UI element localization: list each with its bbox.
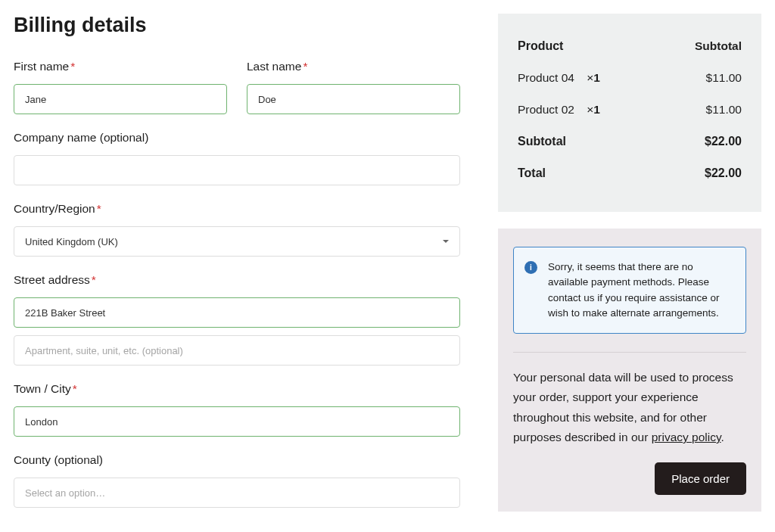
required-asterisk: * xyxy=(92,273,96,286)
field-first-name: First name* xyxy=(14,60,227,114)
street-address-input[interactable] xyxy=(14,297,460,328)
field-last-name: Last name* xyxy=(247,60,460,114)
first-name-input[interactable] xyxy=(14,84,227,114)
place-order-button[interactable]: Place order xyxy=(655,462,746,495)
county-label: County (optional) xyxy=(14,453,460,467)
field-street-address: Street address* xyxy=(14,273,460,328)
field-county: County (optional) Select an option… xyxy=(14,453,460,508)
summary-subtotal-value: $22.00 xyxy=(705,135,742,148)
summary-total-row: Total $22.00 xyxy=(518,157,742,189)
summary-header-subtotal: Subtotal xyxy=(695,39,742,53)
country-select[interactable]: United Kingdom (UK) xyxy=(14,226,460,257)
required-asterisk: * xyxy=(70,60,75,73)
summary-item-name: Product 02 xyxy=(518,103,574,117)
summary-item-price: $11.00 xyxy=(706,71,742,85)
field-company: Company name (optional) xyxy=(14,131,460,185)
country-selected-value: United Kingdom (UK) xyxy=(25,236,118,247)
field-country: Country/Region* United Kingdom (UK) xyxy=(14,202,460,257)
summary-item-qty: ×1 xyxy=(587,71,600,85)
page-title: Billing details xyxy=(14,14,460,37)
field-city: Town / City* xyxy=(14,382,460,437)
chevron-down-icon xyxy=(443,240,449,243)
company-label: Company name (optional) xyxy=(14,131,460,145)
summary-subtotal-row: Subtotal $22.00 xyxy=(518,126,742,157)
country-label: Country/Region* xyxy=(14,202,460,216)
payment-notice: i Sorry, it seems that there are no avai… xyxy=(513,247,746,334)
county-placeholder: Select an option… xyxy=(25,487,105,499)
first-name-label: First name* xyxy=(14,60,227,73)
privacy-policy-link[interactable]: privacy policy xyxy=(652,431,721,443)
required-asterisk: * xyxy=(73,382,77,395)
divider xyxy=(513,352,746,353)
privacy-text: Your personal data will be used to proce… xyxy=(513,368,746,447)
summary-item: Product 04 ×1 $11.00 xyxy=(518,62,742,94)
summary-total-value: $22.00 xyxy=(705,166,742,180)
required-asterisk: * xyxy=(97,202,101,215)
info-icon: i xyxy=(524,261,537,274)
summary-item: Product 02 ×1 $11.00 xyxy=(518,94,742,126)
last-name-label: Last name* xyxy=(247,60,460,73)
city-label: Town / City* xyxy=(14,382,460,396)
last-name-input[interactable] xyxy=(247,84,460,114)
summary-item-name: Product 04 xyxy=(518,71,574,85)
payment-notice-text: Sorry, it seems that there are no availa… xyxy=(548,260,735,321)
summary-subtotal-label: Subtotal xyxy=(518,135,566,148)
company-input[interactable] xyxy=(14,155,460,185)
summary-header-product: Product xyxy=(518,39,563,53)
payment-box: i Sorry, it seems that there are no avai… xyxy=(498,229,761,512)
city-input[interactable] xyxy=(14,406,460,437)
summary-total-label: Total xyxy=(518,166,546,180)
street-address-2-input[interactable] xyxy=(14,335,460,366)
order-summary: Product Subtotal Product 04 ×1 $11.00 Pr… xyxy=(498,14,761,212)
street-address-label: Street address* xyxy=(14,273,460,287)
field-street-address-2 xyxy=(14,335,460,366)
summary-item-qty: ×1 xyxy=(587,103,600,117)
summary-item-price: $11.00 xyxy=(706,103,742,117)
county-select[interactable]: Select an option… xyxy=(14,478,460,508)
required-asterisk: * xyxy=(303,60,307,73)
